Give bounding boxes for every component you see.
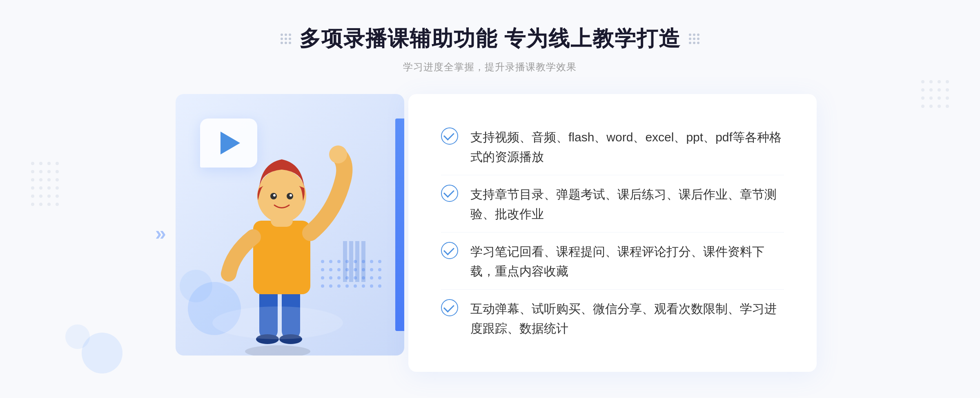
- svg-point-0: [31, 162, 34, 165]
- feature-text-3: 学习笔记回看、课程提问、课程评论打分、课件资料下载，重点内容收藏: [470, 242, 784, 281]
- svg-point-20: [31, 203, 34, 206]
- page-circle-deco-2: [65, 324, 90, 349]
- check-icon-2: [441, 185, 458, 202]
- svg-point-16: [31, 195, 34, 198]
- svg-point-77: [245, 345, 310, 356]
- page-subtitle: 学习进度全掌握，提升录播课教学效果: [281, 60, 699, 74]
- svg-point-7: [56, 170, 59, 173]
- svg-point-12: [31, 186, 34, 190]
- svg-rect-82: [253, 221, 310, 294]
- check-icon-4: [441, 299, 458, 316]
- check-icon-1: [441, 127, 458, 145]
- svg-point-37: [929, 105, 933, 108]
- check-icon-3: [441, 242, 458, 259]
- svg-point-47: [378, 260, 381, 263]
- svg-point-85: [257, 170, 306, 223]
- svg-point-3: [56, 162, 59, 165]
- svg-point-36: [921, 105, 924, 108]
- person-illustration: [196, 139, 368, 356]
- illustration-card: [176, 94, 404, 356]
- decorative-dots-right: [689, 34, 699, 44]
- svg-point-23: [56, 203, 59, 206]
- svg-point-71: [378, 284, 381, 288]
- svg-point-2: [47, 162, 51, 165]
- svg-point-28: [921, 88, 924, 92]
- svg-point-1: [39, 162, 42, 165]
- header-section: 多项录播课辅助功能 专为线上教学打造 学习进度全掌握，提升录播课教学效果: [281, 25, 699, 74]
- svg-point-25: [929, 80, 933, 83]
- svg-point-63: [378, 276, 381, 279]
- svg-point-83: [329, 145, 347, 163]
- svg-point-90: [212, 306, 343, 339]
- svg-point-8: [31, 178, 34, 181]
- svg-point-34: [938, 96, 941, 100]
- svg-point-32: [921, 96, 924, 100]
- main-content: »: [163, 94, 817, 372]
- svg-point-26: [938, 80, 941, 83]
- page-container: 多项录播课辅助功能 专为线上教学打造 学习进度全掌握，提升录播课教学效果 »: [0, 0, 980, 398]
- svg-point-55: [378, 268, 381, 271]
- feature-text-1: 支持视频、音频、flash、word、excel、ppt、pdf等各种格式的资源…: [470, 127, 784, 167]
- svg-point-18: [47, 195, 51, 198]
- header-title-wrapper: 多项录播课辅助功能 专为线上教学打造: [281, 25, 699, 53]
- svg-point-30: [938, 88, 941, 92]
- feature-item-2: 支持章节目录、弹题考试、课后练习、课后作业、章节测验、批改作业: [441, 177, 784, 233]
- svg-point-22: [47, 203, 51, 206]
- svg-point-17: [39, 195, 42, 198]
- left-chevron-decoration: »: [155, 222, 166, 244]
- feature-text-4: 互动弹幕、试听购买、微信分享、观看次数限制、学习进度跟踪、数据统计: [470, 299, 784, 338]
- svg-point-35: [946, 96, 949, 100]
- svg-point-15: [56, 186, 59, 190]
- svg-point-27: [946, 80, 949, 83]
- svg-point-4: [31, 170, 34, 173]
- svg-point-38: [938, 105, 941, 108]
- svg-point-14: [47, 186, 51, 190]
- blue-accent-bar: [395, 119, 404, 331]
- feature-item-1: 支持视频、音频、flash、word、excel、ppt、pdf等各种格式的资源…: [441, 119, 784, 175]
- svg-point-88: [273, 194, 276, 197]
- svg-point-21: [39, 203, 42, 206]
- svg-point-31: [946, 88, 949, 92]
- svg-point-5: [39, 170, 42, 173]
- left-illustration-section: »: [163, 94, 425, 372]
- decorative-dots-left: [281, 34, 291, 44]
- features-panel: 支持视频、音频、flash、word、excel、ppt、pdf等各种格式的资源…: [408, 94, 817, 372]
- feature-item-4: 互动弹幕、试听购买、微信分享、观看次数限制、学习进度跟踪、数据统计: [441, 291, 784, 347]
- feature-text-2: 支持章节目录、弹题考试、课后练习、课后作业、章节测验、批改作业: [470, 185, 784, 224]
- svg-point-39: [946, 105, 949, 108]
- svg-point-89: [290, 194, 292, 197]
- svg-point-6: [47, 170, 51, 173]
- feature-item-3: 学习笔记回看、课程提问、课程评论打分、课件资料下载，重点内容收藏: [441, 234, 784, 290]
- page-title: 多项录播课辅助功能 专为线上教学打造: [299, 25, 681, 53]
- svg-point-70: [370, 284, 373, 288]
- svg-point-13: [39, 186, 42, 190]
- svg-point-19: [56, 195, 59, 198]
- svg-point-33: [929, 96, 933, 100]
- svg-point-10: [47, 178, 51, 181]
- svg-point-9: [39, 178, 42, 181]
- svg-point-24: [921, 80, 924, 83]
- svg-point-29: [929, 88, 933, 92]
- svg-point-11: [56, 178, 59, 181]
